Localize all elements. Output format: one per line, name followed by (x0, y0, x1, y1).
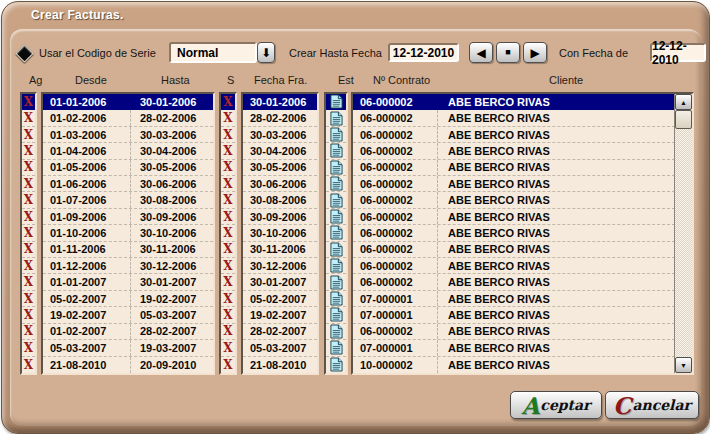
table-row[interactable]: X (221, 291, 235, 307)
vertical-scrollbar[interactable]: ▲ ▼ (674, 94, 692, 373)
table-row[interactable]: 07-000001ABE BERCO RIVAS (353, 291, 675, 307)
table-row[interactable]: 19-02-200705-03-2007 (43, 307, 213, 323)
table-row[interactable]: 05-02-2007 (243, 291, 317, 307)
table-row[interactable]: 30-10-2006 (243, 225, 317, 241)
table-row[interactable]: X (221, 324, 235, 340)
table-row[interactable]: 28-02-2006 (243, 110, 317, 126)
table-row[interactable] (326, 225, 346, 241)
table-row[interactable]: 30-12-2006 (243, 258, 317, 274)
table-row[interactable]: X (221, 274, 235, 290)
table-row[interactable]: 06-000002ABE BERCO RIVAS (353, 94, 675, 110)
table-row[interactable]: 10-000002ABE BERCO RIVAS (353, 357, 675, 373)
table-row[interactable]: 30-11-2006 (243, 242, 317, 258)
scroll-down-button[interactable]: ▼ (675, 357, 692, 373)
table-row[interactable]: 06-000002ABE BERCO RIVAS (353, 110, 675, 126)
table-row[interactable]: 06-000002ABE BERCO RIVAS (353, 192, 675, 208)
table-row[interactable]: 01-07-200630-08-2006 (43, 192, 213, 208)
table-row[interactable]: 06-000002ABE BERCO RIVAS (353, 127, 675, 143)
table-row[interactable] (326, 274, 346, 290)
table-row[interactable]: X (221, 110, 235, 126)
con-fecha-input[interactable]: 12-12-2010 (650, 43, 706, 62)
table-row[interactable]: 30-06-2006 (243, 176, 317, 192)
table-row[interactable]: 06-000002ABE BERCO RIVAS (353, 324, 675, 340)
table-row[interactable]: 06-000002ABE BERCO RIVAS (353, 143, 675, 159)
date-prev-button[interactable]: ◀ (469, 42, 493, 63)
table-row[interactable]: X (22, 110, 35, 126)
table-row[interactable]: 30-04-2006 (243, 143, 317, 159)
table-row[interactable]: X (22, 340, 35, 356)
table-row[interactable]: 30-09-2006 (243, 209, 317, 225)
table-row[interactable] (326, 127, 346, 143)
table-row[interactable] (326, 143, 346, 159)
serie-dropdown-button[interactable]: ⬇ (257, 42, 275, 63)
table-row[interactable]: 07-000001ABE BERCO RIVAS (353, 340, 675, 356)
table-row[interactable]: X (221, 160, 235, 176)
table-row[interactable]: X (22, 274, 35, 290)
table-row[interactable]: 21-08-201020-09-2010 (43, 357, 213, 373)
table-row[interactable]: X (221, 357, 235, 373)
table-row[interactable]: 06-000002ABE BERCO RIVAS (353, 176, 675, 192)
table-row[interactable]: X (22, 192, 35, 208)
table-row[interactable]: 06-000002ABE BERCO RIVAS (353, 209, 675, 225)
table-row[interactable]: 01-01-200630-01-2006 (43, 94, 213, 110)
scroll-up-button[interactable]: ▲ (675, 94, 692, 110)
table-row[interactable]: 30-01-2006 (243, 94, 317, 110)
table-row[interactable]: 30-08-2006 (243, 192, 317, 208)
table-row[interactable]: X (22, 94, 35, 110)
table-row[interactable] (326, 258, 346, 274)
table-row[interactable] (326, 160, 346, 176)
table-row[interactable] (326, 242, 346, 258)
cancelar-button[interactable]: Cancelar (605, 391, 699, 419)
table-row[interactable]: X (22, 324, 35, 340)
table-row[interactable]: X (221, 242, 235, 258)
table-row[interactable]: 01-02-200728-02-2007 (43, 324, 213, 340)
table-row[interactable]: 01-06-200630-06-2006 (43, 176, 213, 192)
table-row[interactable]: X (22, 225, 35, 241)
table-row[interactable]: 05-03-200719-03-2007 (43, 340, 213, 356)
table-row[interactable] (326, 291, 346, 307)
table-row[interactable] (326, 192, 346, 208)
table-row[interactable]: 05-02-200719-02-2007 (43, 291, 213, 307)
table-row[interactable]: 21-08-2010 (243, 357, 317, 373)
table-row[interactable]: 30-05-2006 (243, 160, 317, 176)
table-row[interactable]: X (22, 209, 35, 225)
date-stop-button[interactable]: ■ (496, 42, 520, 63)
table-row[interactable] (326, 176, 346, 192)
table-row[interactable]: X (22, 127, 35, 143)
table-row[interactable]: X (221, 340, 235, 356)
table-row[interactable]: 19-02-2007 (243, 307, 317, 323)
table-row[interactable]: 01-12-200630-12-2006 (43, 258, 213, 274)
table-row[interactable]: X (221, 127, 235, 143)
table-row[interactable]: 01-10-200630-10-2006 (43, 225, 213, 241)
table-row[interactable]: X (221, 143, 235, 159)
table-row[interactable]: 01-01-200730-01-2007 (43, 274, 213, 290)
table-row[interactable]: 06-000002ABE BERCO RIVAS (353, 160, 675, 176)
table-row[interactable]: X (221, 258, 235, 274)
table-row[interactable]: 28-02-2007 (243, 324, 317, 340)
table-row[interactable]: 01-04-200630-04-2006 (43, 143, 213, 159)
table-row[interactable]: X (22, 258, 35, 274)
table-row[interactable] (326, 110, 346, 126)
table-row[interactable]: X (221, 176, 235, 192)
aceptar-button[interactable]: Aceptar (510, 391, 602, 419)
table-row[interactable]: 01-11-200630-11-2006 (43, 242, 213, 258)
table-row[interactable]: 06-000002ABE BERCO RIVAS (353, 242, 675, 258)
table-row[interactable]: X (22, 143, 35, 159)
hasta-fecha-input[interactable]: 12-12-2010 (388, 43, 459, 62)
table-row[interactable] (326, 94, 346, 110)
table-row[interactable]: X (22, 160, 35, 176)
table-row[interactable]: 05-03-2007 (243, 340, 317, 356)
table-row[interactable]: 01-03-200630-03-2006 (43, 127, 213, 143)
serie-dropdown-value[interactable]: Normal (169, 42, 257, 63)
table-row[interactable]: X (22, 307, 35, 323)
table-row[interactable]: X (221, 94, 235, 110)
table-row[interactable] (326, 307, 346, 323)
table-row[interactable]: X (221, 225, 235, 241)
scrollbar-thumb[interactable] (675, 110, 692, 129)
table-row[interactable] (326, 340, 346, 356)
table-row[interactable]: X (22, 176, 35, 192)
table-row[interactable]: X (22, 242, 35, 258)
table-row[interactable]: X (221, 192, 235, 208)
table-row[interactable]: 01-05-200630-05-2006 (43, 160, 213, 176)
table-row[interactable]: 30-03-2006 (243, 127, 317, 143)
